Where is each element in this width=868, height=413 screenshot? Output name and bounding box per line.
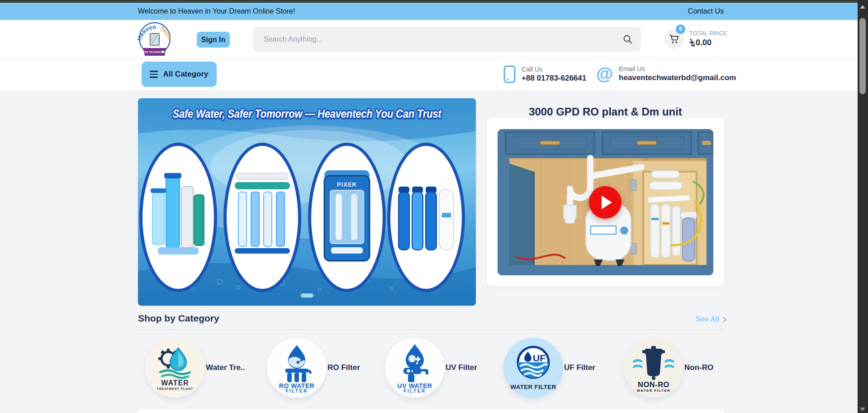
welcome-text: Welcome to Heaven in Your Dream Online S… <box>138 3 295 20</box>
category-icon-circle: UF WATER FILTER <box>503 338 563 398</box>
category-icon-circle: WATER TREATMENT PLANT <box>145 338 205 398</box>
banner-product-cartridges <box>139 143 217 292</box>
contact-us-link[interactable]: Contact Us <box>688 3 724 20</box>
icon-text-uf: UF <box>533 353 545 363</box>
icon-text-water-filter: WATER FILTER <box>510 384 556 390</box>
email-us-address: heaventechwaterbd@gmail.com <box>619 73 736 82</box>
icon-text-filter: FILTER <box>403 389 426 393</box>
welcome-bar: Welcome to Heaven in Your Dream Online S… <box>0 3 858 20</box>
cart-count-badge: 0 <box>676 24 685 34</box>
category-icon-circle: NON-RO WATER FILTER <box>624 338 683 398</box>
hamburger-icon <box>150 71 158 78</box>
play-button[interactable] <box>589 186 621 219</box>
scrollbar[interactable] <box>858 0 868 413</box>
scroll-down-arrow-icon[interactable] <box>860 408 865 411</box>
uf-water-filter-icon: UF WATER FILTER <box>508 342 558 393</box>
play-icon <box>602 196 612 209</box>
uv-water-filter-icon: UV WATER FILTER <box>390 342 440 393</box>
scrollbar-thumb[interactable] <box>859 18 866 94</box>
banner-product-cabinet-purifier: PIXER <box>308 143 386 292</box>
section-divider <box>138 329 724 330</box>
all-category-label: All Category <box>163 70 208 79</box>
category-item-uf-filter[interactable]: UF WATER FILTER UF Filter <box>503 338 595 398</box>
taka-symbol <box>689 39 695 47</box>
icon-text-non-ro: NON-RO <box>638 380 669 389</box>
category-item-non-ro[interactable]: NON-RO WATER FILTER Non-RO <box>624 338 713 398</box>
chevron-right-icon <box>722 317 727 323</box>
slider-active-dot[interactable] <box>301 293 313 298</box>
cart-button[interactable]: 0 <box>664 29 684 49</box>
total-price-value: 0.00 <box>689 38 727 48</box>
see-all-label: See All <box>696 315 720 323</box>
cart-total: TOTAL PRICE 0.00 <box>689 30 727 48</box>
category-label: Non-RO <box>684 363 713 372</box>
email-us-block[interactable]: @ Email Us heaventechwaterbd@gmail.com <box>596 65 736 82</box>
water-treatment-plant-icon: WATER TREATMENT PLANT <box>150 342 200 393</box>
icon-text-treatment-plant: TREATMENT PLANT <box>157 387 193 390</box>
total-price-amount: 0.00 <box>696 38 711 48</box>
window-top-strip <box>0 0 868 3</box>
phone-icon <box>503 65 516 83</box>
ro-water-filter-icon: RO WATER FILTER <box>272 342 322 393</box>
header-secondary-row: All Category Call Us +88 01783-626641 @ … <box>0 60 858 91</box>
store-logo[interactable]: Heaven Tech WATER TECHNOLOGY <box>137 22 172 58</box>
at-sign-icon: @ <box>596 65 613 82</box>
banner-product-filter-columns <box>387 143 465 292</box>
icon-text-water-filter: WATER FILTER <box>637 389 671 393</box>
scroll-up-arrow-icon[interactable] <box>860 5 865 9</box>
category-label: RO Filter <box>327 363 360 372</box>
non-ro-filter-icon: NON-RO WATER FILTER <box>629 342 678 393</box>
hero-banner-slide[interactable]: Safe Water, Safer Tomorrow — Heaventech … <box>138 98 476 306</box>
page: Welcome to Heaven in Your Dream Online S… <box>0 0 868 413</box>
video-card <box>487 118 724 286</box>
total-price-label: TOTAL PRICE <box>689 30 727 37</box>
shop-by-category-heading: Shop by Category <box>138 313 219 324</box>
search-input[interactable] <box>253 27 641 52</box>
category-icon-circle: RO WATER FILTER <box>267 338 327 398</box>
all-category-button[interactable]: All Category <box>142 62 217 87</box>
cart-icon <box>669 34 679 44</box>
icon-text-filter: FILTER <box>285 389 308 393</box>
banner-headline: Safe Water, Safer Tomorrow — Heaventech … <box>138 107 476 121</box>
search-bar <box>253 27 641 52</box>
video-section-title: 3000 GPD RO plant & Dm unit <box>487 106 724 118</box>
icon-text-water: WATER <box>161 379 189 387</box>
header-main-row: Heaven Tech WATER TECHNOLOGY Sign In <box>0 20 858 59</box>
search-icon[interactable] <box>623 34 633 44</box>
category-icon-circle: UV WATER FILTER <box>385 338 445 398</box>
category-label: UV Filter <box>446 363 477 372</box>
email-us-label: Email Us <box>619 65 736 72</box>
video-thumbnail[interactable] <box>498 129 713 275</box>
sign-in-button[interactable]: Sign In <box>197 32 230 48</box>
category-item-uv-filter[interactable]: UV WATER FILTER UV Filter <box>385 338 477 398</box>
see-all-link[interactable]: See All <box>696 315 727 323</box>
banner-product-brand: PIXER <box>337 182 357 188</box>
next-section-card-top <box>138 409 724 413</box>
call-us-number: +88 01783-626641 <box>522 74 586 83</box>
category-item-ro-filter[interactable]: RO WATER FILTER RO Filter <box>267 338 360 398</box>
category-item-water-treatment[interactable]: WATER TREATMENT PLANT Water Tre.. <box>145 338 245 398</box>
call-us-label: Call Us <box>522 66 586 73</box>
category-label: Water Tre.. <box>206 363 245 372</box>
call-us-block[interactable]: Call Us +88 01783-626641 <box>503 65 586 83</box>
banner-product-ro-system <box>223 143 301 292</box>
category-label: UF Filter <box>564 363 595 372</box>
